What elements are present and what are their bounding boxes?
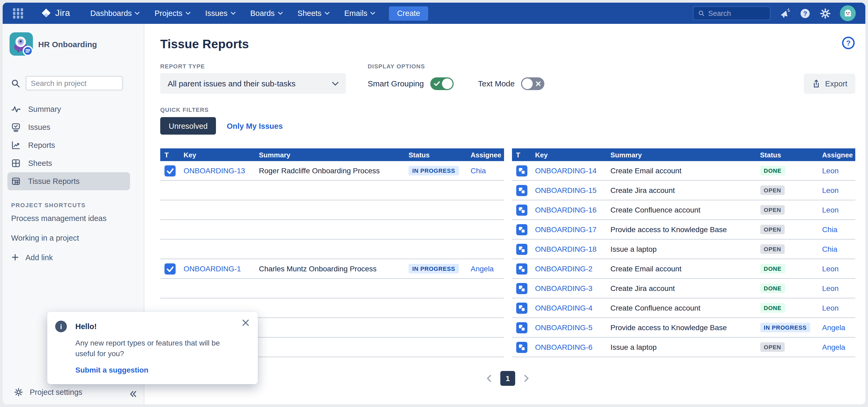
issue-summary: Charles Muntz Onboarding Process <box>259 265 408 273</box>
status-badge: OPEN <box>760 244 785 254</box>
user-avatar[interactable] <box>840 5 856 21</box>
close-icon[interactable] <box>243 319 249 326</box>
project-settings-button[interactable]: Project settings <box>3 384 144 400</box>
collapse-sidebar-icon[interactable] <box>129 390 137 398</box>
help-icon[interactable]: ? <box>800 8 811 19</box>
jira-logo[interactable]: Jira <box>40 7 70 19</box>
assignee-link[interactable]: Leon <box>822 186 839 195</box>
create-button[interactable]: Create <box>389 6 428 21</box>
page-help-icon[interactable]: ? <box>841 36 855 50</box>
assignee-link[interactable]: Leon <box>822 265 839 273</box>
assignee-link[interactable]: Chia <box>822 245 837 253</box>
subtask-type-icon <box>516 322 535 333</box>
nav-menu-projects[interactable]: Projects <box>155 9 190 18</box>
status-badge: DONE <box>760 264 785 273</box>
table-row: ONBOARDING-18Issue a laptopOPENChia <box>512 240 855 259</box>
jira-logo-text: Jira <box>55 8 70 19</box>
assignee-link[interactable]: Leon <box>822 304 839 312</box>
issue-key-link[interactable]: ONBOARDING-4 <box>535 304 592 312</box>
add-link-button[interactable]: Add link <box>3 247 144 267</box>
assignee-link[interactable]: Angela <box>471 265 494 273</box>
issue-key-link[interactable]: ONBOARDING-14 <box>535 166 597 175</box>
announcements-icon[interactable] <box>779 8 790 19</box>
issue-key-link[interactable]: ONBOARDING-1 <box>184 265 241 273</box>
previous-page-icon[interactable] <box>487 375 491 382</box>
next-page-icon[interactable] <box>524 375 529 382</box>
issue-key-link[interactable]: ONBOARDING-15 <box>535 186 597 195</box>
text-mode-toggle[interactable] <box>521 77 545 90</box>
table-row <box>160 181 504 200</box>
window-frame: Jira Dashboards Projects Issues Boards S… <box>0 0 868 407</box>
assignee-link[interactable]: Leon <box>822 166 839 175</box>
issue-summary: Create Confluence account <box>611 206 760 214</box>
chevron-down-icon <box>230 12 235 15</box>
svg-text:?: ? <box>846 39 851 47</box>
nav-menu-issues[interactable]: Issues <box>205 9 236 18</box>
nav-menu-dashboards[interactable]: Dashboards <box>90 9 140 18</box>
assignee-link[interactable]: Chia <box>822 225 837 234</box>
shortcut-working-in-a-project[interactable]: Working in a project <box>3 228 144 247</box>
assignee-link[interactable]: Chia <box>471 166 486 175</box>
issue-key-link[interactable]: ONBOARDING-3 <box>535 284 592 293</box>
sidebar-item-reports[interactable]: Reports <box>7 136 130 154</box>
issue-key-link[interactable]: ONBOARDING-18 <box>535 245 597 253</box>
plus-icon <box>11 253 19 261</box>
report-type-dropdown[interactable]: All parent issues and their sub-tasks <box>160 73 346 94</box>
status-badge: IN PROGRESS <box>408 166 459 175</box>
column-header: T <box>164 151 184 159</box>
global-search[interactable] <box>693 6 770 20</box>
app-switcher-icon[interactable] <box>12 7 24 20</box>
status-badge: OPEN <box>760 185 785 195</box>
issue-key-link[interactable]: ONBOARDING-6 <box>535 343 592 351</box>
global-search-input[interactable] <box>708 9 765 17</box>
settings-gear-icon[interactable] <box>820 8 831 19</box>
assignee-link[interactable]: Angela <box>822 343 845 351</box>
current-page-button[interactable]: 1 <box>500 371 515 386</box>
issue-key-link[interactable]: ONBOARDING-5 <box>535 323 592 332</box>
project-search-input[interactable] <box>26 76 123 91</box>
sidebar-item-summary[interactable]: Summary <box>7 100 130 118</box>
issue-key-link[interactable]: ONBOARDING-13 <box>184 166 245 175</box>
issue-summary: Create Email account <box>611 166 760 175</box>
project-header: HR Onboarding <box>3 24 144 56</box>
export-button[interactable]: Export <box>804 74 855 94</box>
report-type-label: REPORT TYPE <box>160 63 346 69</box>
submit-suggestion-link[interactable]: Submit a suggestion <box>75 366 148 374</box>
project-avatar <box>9 32 33 56</box>
filter-only-my-issues-link[interactable]: Only My Issues <box>227 122 283 130</box>
status-badge: DONE <box>760 283 785 293</box>
issue-key-link[interactable]: ONBOARDING-2 <box>535 265 592 273</box>
column-header: Summary <box>611 151 760 159</box>
column-header: Assignee <box>822 151 855 159</box>
issue-summary: Provide access to Knowledge Base <box>611 323 760 332</box>
nav-menu-boards[interactable]: Boards <box>250 9 282 18</box>
assignee-link[interactable]: Angela <box>822 323 845 332</box>
table-row <box>160 200 504 220</box>
nav-menu-sheets[interactable]: Sheets <box>298 9 329 18</box>
filter-unresolved-button[interactable]: Unresolved <box>160 117 216 135</box>
subtask-type-icon <box>516 204 535 215</box>
table-row: ONBOARDING-17Provide access to Knowledge… <box>512 220 855 240</box>
subtask-type-icon <box>516 185 535 196</box>
issue-key-link[interactable]: ONBOARDING-16 <box>535 206 597 214</box>
issue-summary: Issue a laptop <box>611 245 760 253</box>
issue-key-link[interactable]: ONBOARDING-17 <box>535 225 597 234</box>
subtask-type-icon <box>516 302 535 313</box>
subtask-type-icon <box>516 283 535 294</box>
table-row: ONBOARDING-6Issue a laptopOPENAngela <box>512 338 855 357</box>
sidebar-item-sheets[interactable]: Sheets <box>7 154 130 172</box>
report-type-value: All parent issues and their sub-tasks <box>168 79 296 88</box>
table-row: ONBOARDING-2Create Email accountDONELeon <box>512 259 855 279</box>
table-row: ONBOARDING-14Create Email accountDONELeo… <box>512 161 855 181</box>
check-icon <box>434 81 440 86</box>
assignee-link[interactable]: Leon <box>822 284 839 293</box>
table-row: ONBOARDING-1Charles Muntz Onboarding Pro… <box>160 259 504 279</box>
sidebar-item-issues[interactable]: Issues <box>7 118 130 136</box>
assignee-link[interactable]: Leon <box>822 206 839 214</box>
issue-summary: Provide access to Knowledge Base <box>611 225 760 234</box>
smart-grouping-toggle[interactable] <box>430 77 454 90</box>
shortcut-process-management-ideas[interactable]: Process management ideas <box>3 208 144 228</box>
sidebar-item-tissue-reports[interactable]: Tissue Reports <box>7 172 130 190</box>
nav-menu-emails[interactable]: Emails <box>344 9 375 18</box>
report-type-group: REPORT TYPE All parent issues and their … <box>160 63 346 94</box>
